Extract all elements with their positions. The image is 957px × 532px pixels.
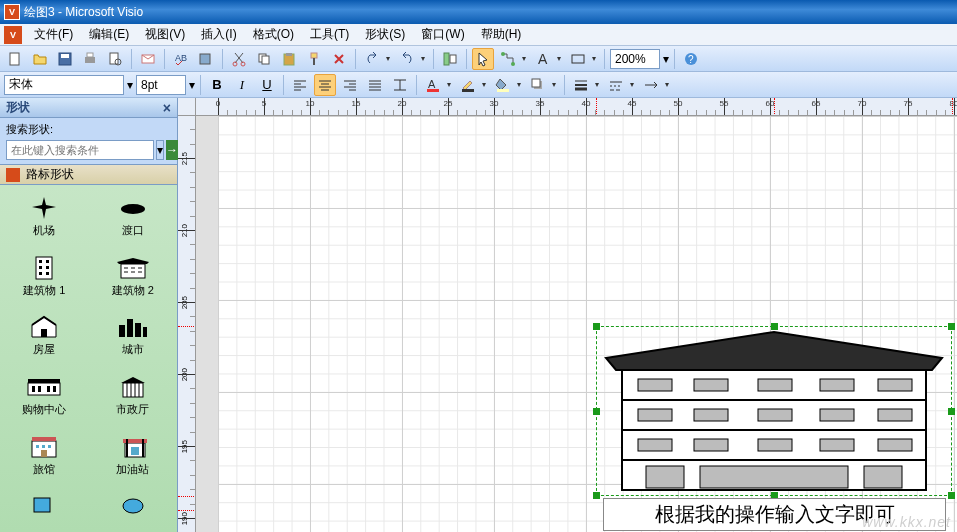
spell-button[interactable]: AB xyxy=(170,48,192,70)
text-tool[interactable]: A xyxy=(532,48,554,70)
svg-rect-71 xyxy=(131,271,135,273)
close-pane-icon[interactable]: × xyxy=(163,100,171,116)
shape-extra2[interactable] xyxy=(89,489,178,526)
text-dropdown[interactable]: ▾ xyxy=(554,54,564,63)
svg-rect-93 xyxy=(48,445,51,448)
cut-button[interactable] xyxy=(228,48,250,70)
fill-color-button[interactable] xyxy=(492,74,514,96)
shape-house[interactable]: 房屋 xyxy=(0,310,89,362)
shape-ferry[interactable]: 渡口 xyxy=(89,191,178,243)
format-painter-button[interactable] xyxy=(303,48,325,70)
font-color-button[interactable]: A xyxy=(422,74,444,96)
stencil-header[interactable]: 路标形状 xyxy=(0,165,177,185)
print-button[interactable] xyxy=(79,48,101,70)
svg-rect-118 xyxy=(758,439,792,451)
zoom-select[interactable]: 200% xyxy=(610,49,660,69)
distribute-button[interactable] xyxy=(389,74,411,96)
paste-button[interactable] xyxy=(278,48,300,70)
line-pattern-button[interactable] xyxy=(605,74,627,96)
delete-button[interactable] xyxy=(328,48,350,70)
new-button[interactable] xyxy=(4,48,26,70)
line-color-button[interactable] xyxy=(457,74,479,96)
menu-insert[interactable]: 插入(I) xyxy=(193,24,244,45)
stencil-button[interactable] xyxy=(439,48,461,70)
shadow-button[interactable] xyxy=(527,74,549,96)
connector-tool[interactable] xyxy=(497,48,519,70)
menu-format[interactable]: 格式(O) xyxy=(245,24,302,45)
size-select[interactable]: 8pt xyxy=(136,75,186,95)
preview-button[interactable] xyxy=(104,48,126,70)
svg-rect-67 xyxy=(124,267,128,269)
copy-button[interactable] xyxy=(253,48,275,70)
menu-shape[interactable]: 形状(S) xyxy=(357,24,413,45)
search-dropdown[interactable]: ▾ xyxy=(156,140,164,160)
open-button[interactable] xyxy=(29,48,51,70)
menu-edit[interactable]: 编辑(E) xyxy=(81,24,137,45)
svg-rect-9 xyxy=(200,54,210,64)
svg-text:?: ? xyxy=(688,54,694,65)
shape-gasstation[interactable]: 加油站 xyxy=(89,430,178,482)
redo-button[interactable] xyxy=(396,48,418,70)
svg-rect-65 xyxy=(46,272,49,275)
undo-button[interactable] xyxy=(361,48,383,70)
file-icon[interactable]: V xyxy=(4,26,22,44)
search-input[interactable] xyxy=(6,140,154,160)
svg-rect-68 xyxy=(131,267,135,269)
menu-view[interactable]: 视图(V) xyxy=(137,24,193,45)
svg-rect-79 xyxy=(28,379,60,383)
align-left-button[interactable] xyxy=(289,74,311,96)
line-weight-button[interactable] xyxy=(570,74,592,96)
menu-tools[interactable]: 工具(T) xyxy=(302,24,357,45)
connector-dropdown[interactable]: ▾ xyxy=(519,54,529,63)
shape-building1[interactable]: 建筑物 1 xyxy=(0,251,89,303)
shapes-pane-header: 形状 × xyxy=(0,98,177,118)
shape-airport[interactable]: 机场 xyxy=(0,191,89,243)
email-button[interactable] xyxy=(137,48,159,70)
drawing-canvas[interactable]: 根据我的操作输入文字即可 www.kkx.net xyxy=(196,116,957,532)
svg-rect-108 xyxy=(758,379,792,391)
menu-help[interactable]: 帮助(H) xyxy=(473,24,530,45)
redo-dropdown[interactable]: ▾ xyxy=(418,54,428,63)
shape-cityhall[interactable]: 市政厅 xyxy=(89,370,178,422)
formatting-toolbar: 宋体▾ 8pt▾ B I U A▾ ▾ ▾ ▾ ▾ ▾ ▾ xyxy=(0,72,957,98)
menu-window[interactable]: 窗口(W) xyxy=(413,24,472,45)
svg-rect-112 xyxy=(694,409,728,421)
svg-text:A: A xyxy=(538,51,548,67)
search-go-button[interactable]: → xyxy=(166,140,178,160)
underline-button[interactable]: U xyxy=(256,74,278,96)
building-shape[interactable] xyxy=(596,326,952,499)
rect-tool[interactable] xyxy=(567,48,589,70)
svg-point-21 xyxy=(511,62,515,66)
bold-button[interactable]: B xyxy=(206,74,228,96)
save-button[interactable] xyxy=(54,48,76,70)
text-input-box[interactable]: 根据我的操作输入文字即可 xyxy=(603,498,946,531)
vertical-ruler[interactable]: 220215210205200195190 xyxy=(178,116,196,532)
svg-rect-94 xyxy=(41,450,47,457)
svg-rect-117 xyxy=(694,439,728,451)
horizontal-ruler[interactable]: 05101520253035404550556065707580859095 xyxy=(196,98,957,116)
svg-rect-46 xyxy=(427,89,439,92)
align-center-button[interactable] xyxy=(314,74,336,96)
shape-mall[interactable]: 购物中心 xyxy=(0,370,89,422)
canvas-area: 05101520253035404550556065707580859095 2… xyxy=(178,98,957,532)
svg-rect-81 xyxy=(38,386,41,392)
pointer-tool[interactable] xyxy=(472,48,494,70)
help-button[interactable]: ? xyxy=(680,48,702,70)
shape-extra1[interactable] xyxy=(0,489,89,526)
align-justify-button[interactable] xyxy=(364,74,386,96)
align-right-button[interactable] xyxy=(339,74,361,96)
shape-hotel[interactable]: 旅馆 xyxy=(0,430,89,482)
menu-file[interactable]: 文件(F) xyxy=(26,24,81,45)
ruler-corner xyxy=(178,98,196,116)
svg-rect-69 xyxy=(138,267,142,269)
undo-dropdown[interactable]: ▾ xyxy=(383,54,393,63)
research-button[interactable] xyxy=(195,48,217,70)
drawtool-dropdown[interactable]: ▾ xyxy=(589,54,599,63)
italic-button[interactable]: I xyxy=(231,74,253,96)
font-select[interactable]: 宋体 xyxy=(4,75,124,95)
line-ends-button[interactable] xyxy=(640,74,662,96)
svg-rect-59 xyxy=(36,257,52,279)
shape-building2[interactable]: 建筑物 2 xyxy=(89,251,178,303)
shape-city[interactable]: 城市 xyxy=(89,310,178,362)
zoom-dropdown[interactable]: ▾ xyxy=(663,52,669,66)
